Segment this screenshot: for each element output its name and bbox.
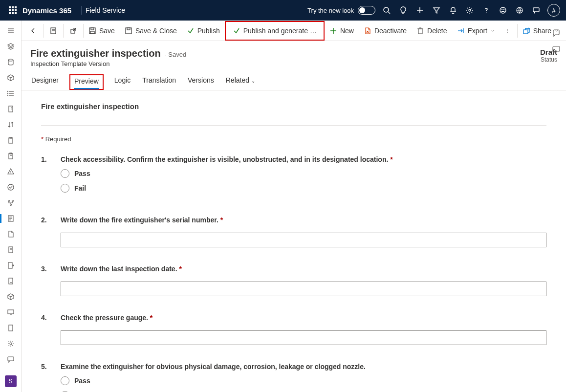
svg-point-7 — [504, 9, 504, 10]
bell-icon[interactable] — [445, 0, 461, 21]
radio-icon[interactable] — [61, 184, 69, 193]
rail-layers-icon[interactable] — [0, 39, 22, 54]
help-icon[interactable] — [478, 0, 495, 21]
radio-option-fail[interactable]: Fail — [61, 184, 546, 193]
rail-clipboard2-icon[interactable] — [0, 149, 22, 163]
rail-app-switcher[interactable]: S — [5, 375, 17, 387]
chat-icon[interactable] — [528, 0, 544, 21]
question-label: Check the pressure gauge. * — [61, 314, 546, 322]
search-icon[interactable] — [378, 0, 395, 21]
radio-icon[interactable] — [61, 169, 69, 178]
divider — [41, 125, 546, 126]
rail-check-icon[interactable] — [0, 180, 22, 195]
rail-package-icon[interactable] — [0, 70, 22, 85]
question-number: 5. — [41, 363, 51, 392]
rail-blank-icon[interactable] — [0, 321, 22, 335]
save-close-button[interactable]: Save & Close — [120, 21, 182, 41]
rail-branch-icon[interactable] — [0, 196, 22, 210]
question-number: 2. — [41, 216, 51, 247]
rail-building-icon[interactable] — [0, 102, 22, 116]
brand-label: Dynamics 365 — [22, 6, 71, 15]
export-button[interactable]: Export — [452, 21, 500, 41]
tab-related[interactable]: Related⌄ — [225, 76, 256, 90]
rail-doc2-icon[interactable] — [0, 274, 22, 288]
tab-logic[interactable]: Logic — [113, 76, 131, 90]
back-button[interactable] — [23, 21, 43, 41]
serial-number-input[interactable] — [61, 233, 546, 247]
last-inspection-date-input[interactable] — [61, 282, 546, 296]
app-launcher-icon[interactable] — [9, 6, 17, 14]
tab-preview[interactable]: Preview — [69, 74, 104, 90]
publish-button[interactable]: Publish — [182, 21, 225, 41]
rail-doc-icon[interactable] — [0, 242, 22, 257]
rail-data-icon[interactable] — [0, 55, 22, 69]
page-title: Fire extinguisher inspection — [30, 48, 161, 59]
rail-menu-icon[interactable] — [0, 23, 22, 38]
user-avatar[interactable]: # — [547, 4, 560, 17]
record-header: Fire extinguisher inspection - Saved Ins… — [22, 41, 566, 67]
question-1: 1. Check accessibility. Confirm the exti… — [41, 155, 546, 198]
svg-point-6 — [502, 9, 502, 10]
svg-point-31 — [8, 200, 9, 202]
svg-rect-57 — [127, 28, 130, 30]
svg-rect-67 — [523, 30, 528, 34]
svg-point-65 — [507, 30, 508, 31]
tab-versions[interactable]: Versions — [187, 76, 215, 90]
settings-icon[interactable] — [461, 0, 478, 21]
svg-point-30 — [8, 184, 14, 190]
svg-point-47 — [10, 343, 12, 345]
rail-cube-icon[interactable] — [0, 289, 22, 304]
radio-icon[interactable] — [61, 376, 69, 385]
svg-rect-46 — [9, 325, 13, 331]
form-scroll-area[interactable]: Fire extinguisher inspection * Required … — [22, 90, 566, 392]
radio-option-pass[interactable]: Pass — [61, 376, 546, 385]
rail-list-icon[interactable] — [0, 86, 22, 101]
question-label: Examine the extinguisher for obvious phy… — [61, 363, 546, 370]
rail-form-icon[interactable] — [0, 211, 22, 226]
open-record-set-icon[interactable] — [44, 21, 63, 41]
deactivate-button[interactable]: Deactivate — [359, 21, 412, 41]
svg-rect-20 — [9, 106, 13, 112]
copilot-icon[interactable] — [552, 28, 561, 37]
area-label[interactable]: Field Service — [86, 6, 125, 14]
tab-designer[interactable]: Designer — [30, 76, 60, 90]
save-button[interactable]: Save — [84, 21, 120, 41]
rail-gear-icon[interactable] — [0, 336, 22, 351]
required-legend: * Required — [41, 135, 546, 143]
svg-rect-25 — [9, 138, 13, 143]
right-rail — [546, 28, 566, 54]
new-button[interactable]: New — [325, 21, 359, 41]
lightbulb-icon[interactable] — [395, 0, 412, 21]
globe-icon[interactable] — [511, 0, 528, 21]
radio-option-pass[interactable]: Pass — [61, 169, 546, 178]
svg-rect-42 — [9, 278, 13, 284]
delete-button[interactable]: Delete — [412, 21, 452, 41]
emoji-icon[interactable] — [495, 0, 511, 21]
status-label: Status — [540, 56, 557, 63]
more-commands-button[interactable] — [500, 21, 515, 41]
rail-page-icon[interactable] — [0, 227, 22, 241]
tab-translation[interactable]: Translation — [141, 76, 177, 90]
rail-sort-icon[interactable] — [0, 117, 22, 132]
filter-icon[interactable] — [428, 0, 445, 21]
question-number: 3. — [41, 265, 51, 296]
add-icon[interactable] — [412, 0, 428, 21]
rail-warning-icon[interactable] — [0, 164, 22, 179]
svg-point-18 — [7, 93, 8, 94]
question-4: 4. Check the pressure gauge. * — [41, 314, 546, 345]
svg-point-13 — [8, 59, 13, 61]
divider — [81, 6, 82, 15]
svg-point-0 — [384, 7, 389, 12]
svg-point-66 — [507, 32, 508, 33]
try-new-look-toggle[interactable] — [358, 6, 375, 15]
teams-chat-icon[interactable] — [552, 45, 561, 54]
rail-clipboard-icon[interactable] — [0, 133, 22, 148]
rail-export-icon[interactable] — [0, 258, 22, 273]
popout-icon[interactable] — [64, 21, 83, 41]
form-title: Fire extinguisher inspection — [41, 102, 546, 110]
svg-rect-54 — [91, 28, 94, 30]
pressure-gauge-input[interactable] — [61, 330, 546, 345]
rail-device-icon[interactable] — [0, 305, 22, 320]
publish-generate-button[interactable]: Publish and generate … — [225, 21, 325, 41]
rail-chat-icon[interactable] — [0, 352, 22, 367]
